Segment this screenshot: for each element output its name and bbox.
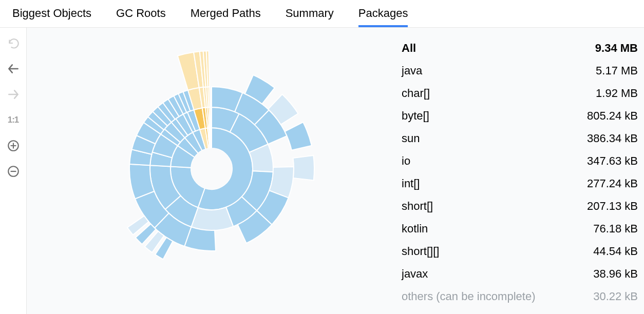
package-size-list: All 9.34 MB java 5.17 MB char[] 1.92 MB … (402, 37, 638, 308)
reset-zoom-button[interactable]: 1:1 (5, 112, 22, 128)
package-value: 5.17 MB (596, 65, 638, 76)
others-value: 30.22 kB (593, 291, 638, 302)
left-toolbar: 1:1 (0, 28, 27, 314)
list-item[interactable]: short[] 207.13 kB (402, 195, 638, 218)
arrow-left-icon (7, 62, 20, 75)
package-value: 277.24 kB (587, 178, 638, 189)
package-name: short[][] (402, 246, 439, 257)
zoom-in-button[interactable] (5, 138, 22, 154)
package-name: char[] (402, 88, 430, 99)
tab-gc-roots[interactable]: GC Roots (116, 0, 166, 27)
package-name: byte[] (402, 110, 429, 122)
package-name: sun (402, 133, 420, 144)
package-value: 805.24 kB (587, 110, 638, 122)
list-item[interactable]: kotlin 76.18 kB (402, 218, 638, 240)
total-row[interactable]: All 9.34 MB (402, 37, 638, 60)
list-item[interactable]: int[] 277.24 kB (402, 172, 638, 195)
tab-packages[interactable]: Packages (358, 0, 408, 27)
package-name: int[] (402, 178, 420, 189)
package-name: kotlin (402, 223, 428, 234)
undo-icon (7, 36, 20, 50)
list-item[interactable]: javax 38.96 kB (402, 263, 638, 285)
list-item[interactable]: char[] 1.92 MB (402, 82, 638, 105)
arrow-right-icon (7, 88, 20, 101)
back-button[interactable] (5, 61, 22, 77)
list-item[interactable]: byte[] 805.24 kB (402, 105, 638, 127)
one-to-one-icon: 1:1 (8, 115, 19, 125)
chart-panel: All 9.34 MB java 5.17 MB char[] 1.92 MB … (27, 28, 644, 314)
tab-merged-paths[interactable]: Merged Paths (191, 0, 261, 27)
package-value: 38.96 kB (593, 268, 638, 280)
total-value: 9.34 MB (595, 43, 638, 54)
undo-button[interactable] (5, 35, 22, 51)
plus-circle-icon (7, 139, 20, 152)
package-value: 44.54 kB (593, 246, 638, 257)
package-name: io (402, 155, 410, 167)
list-item[interactable]: sun 386.34 kB (402, 127, 638, 150)
tab-biggest-objects[interactable]: Biggest Objects (12, 0, 91, 27)
list-item[interactable]: io 347.63 kB (402, 150, 638, 172)
minus-circle-icon (7, 165, 20, 178)
zoom-out-button[interactable] (5, 163, 22, 180)
tabs-bar: Biggest Objects GC Roots Merged Paths Su… (0, 0, 644, 28)
package-name: short[] (402, 201, 433, 212)
list-item[interactable]: short[][] 44.54 kB (402, 240, 638, 263)
package-value: 207.13 kB (587, 201, 638, 212)
package-value: 347.63 kB (587, 155, 638, 167)
total-label: All (402, 43, 416, 54)
list-item[interactable]: java 5.17 MB (402, 60, 638, 82)
package-name: java (402, 65, 422, 76)
others-row[interactable]: others (can be incomplete) 30.22 kB (402, 285, 638, 308)
others-label: others (can be incomplete) (402, 291, 535, 302)
sunburst-chart[interactable] (27, 28, 407, 314)
package-value: 1.92 MB (596, 88, 638, 99)
package-value: 386.34 kB (587, 133, 638, 144)
package-value: 76.18 kB (593, 223, 638, 234)
package-name: javax (402, 268, 428, 280)
svg-point-2 (191, 148, 232, 189)
tab-summary[interactable]: Summary (286, 0, 334, 27)
forward-button[interactable] (5, 86, 22, 103)
main-panel: 1:1 All 9.34 MB java 5.17 MB (0, 28, 644, 314)
